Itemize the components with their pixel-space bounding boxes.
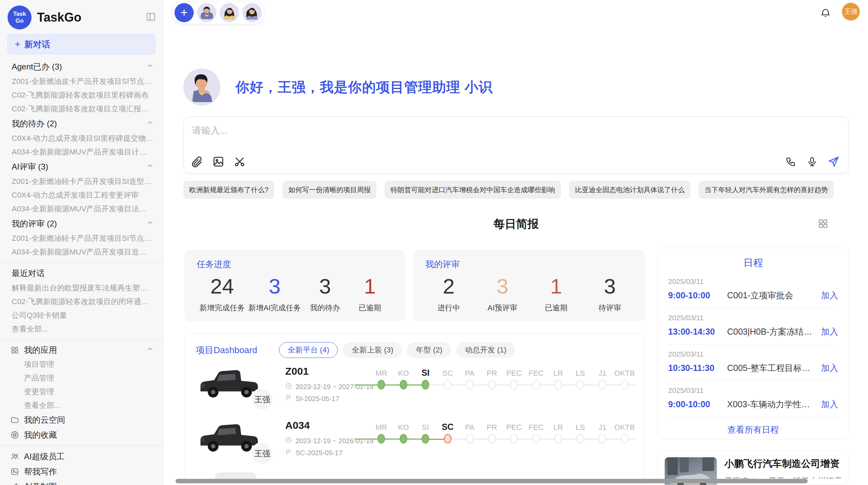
suggestion-chip[interactable]: 当下年轻人对汽车外观有怎样的喜好趋势 (699, 181, 834, 199)
sidebar-item[interactable]: Z001-全新燃油皮卡产品开发项目SI节点Lesson Learn报告 (0, 75, 163, 88)
milestone-dot[interactable] (599, 434, 606, 444)
milestone-dot[interactable] (377, 434, 385, 444)
milestone-dot[interactable] (466, 380, 473, 389)
sidebar-section-header[interactable]: 我的待办 (2) (0, 116, 163, 132)
milestone-dot[interactable] (510, 434, 518, 444)
milestone-dot[interactable] (577, 434, 584, 444)
recent-conversation-item[interactable]: 公司Q3轻卡销量 (0, 309, 163, 322)
dashboard-tab[interactable]: 动总开发 (1) (456, 342, 515, 358)
join-meeting-link[interactable]: 加入 (821, 362, 838, 374)
sidebar-section-header[interactable]: 我的评审 (2) (0, 216, 163, 232)
project-code[interactable]: A034 (285, 420, 370, 431)
milestone-dot[interactable] (621, 380, 628, 389)
milestone-dot[interactable] (532, 434, 540, 444)
sidebar-item[interactable]: C02-飞腾新能源轻客改款项目里程碑画布 (0, 88, 163, 102)
chevron-up-icon[interactable] (146, 162, 154, 172)
milestone-dot[interactable] (466, 434, 473, 444)
scissors-screenshot-icon[interactable] (234, 156, 245, 167)
suggestion-chip[interactable]: 比亚迪全固态电池计划具体说了什么 (569, 181, 690, 199)
new-chat-button[interactable]: + 新对话 (8, 34, 155, 54)
dashboard-tab[interactable]: 全新平台 (4) (279, 342, 338, 358)
suggestion-chip[interactable]: 欧洲新规最近颁布了什么? (183, 181, 274, 199)
user-avatar[interactable]: 王强 (842, 3, 860, 21)
suggestion-chip[interactable]: 特朗普可能对进口汽车增税会对中国车企造成哪些影响 (385, 181, 561, 199)
project-code[interactable]: Z001 (285, 365, 370, 377)
sidebar-item[interactable]: C02-飞腾新能源轻客改款项目立项汇报方案 (0, 102, 163, 116)
suggestion-chip[interactable]: 如何写一份清晰的项目周报 (282, 181, 376, 199)
recent-conversation-item[interactable]: C02-飞腾新能源轻客改款项目的闭环通告反馈情况 (0, 295, 163, 309)
milestone-dot[interactable] (400, 380, 407, 389)
chevron-up-icon[interactable] (146, 62, 154, 72)
session-avatar-1[interactable] (197, 3, 216, 22)
milestone-dot[interactable] (510, 380, 518, 389)
send-icon[interactable] (828, 156, 840, 167)
milestone-dot[interactable] (422, 380, 429, 389)
milestone-dot[interactable] (599, 380, 606, 389)
join-meeting-link[interactable]: 加入 (821, 290, 838, 301)
sidebar-item[interactable]: Z001-全新燃油轻卡产品开发项目SI节点属性5D文件评审 (0, 232, 163, 245)
horizontal-scrollbar[interactable] (176, 479, 808, 483)
milestone-dot[interactable] (577, 380, 584, 389)
image-upload-icon[interactable] (213, 156, 224, 167)
milestone-dot[interactable] (377, 380, 385, 389)
taskgo-app: Task Go TaskGo + 新对话 Agent已办 (3)Z001-全新燃… (0, 0, 868, 485)
voice-call-icon[interactable] (785, 156, 796, 167)
session-avatar-2[interactable] (220, 3, 239, 22)
sidebar-item[interactable]: A034-全新新能源MUV产品开发项目法规符合性评审 (0, 202, 163, 216)
microphone-icon[interactable] (807, 156, 818, 167)
recent-conversation-item[interactable]: 解释最新出台的欧盟报废车法规再生塑料比例被调至15%... (0, 281, 163, 295)
layout-grid-icon[interactable] (818, 219, 828, 230)
chat-input[interactable] (192, 123, 840, 138)
sidebar-section-header[interactable]: Agent已办 (3) (0, 59, 163, 75)
sidebar-item[interactable]: A034-全新新能源MUV产品开发项目造型可行性评审 (0, 245, 163, 259)
join-meeting-link[interactable]: 加入 (821, 326, 838, 337)
milestone-dot[interactable] (621, 434, 628, 444)
app-sub-item[interactable]: 项目管理 (0, 358, 163, 371)
sidebar-item-favorites[interactable]: 我的收藏 (0, 427, 163, 443)
sidebar-item-my-apps[interactable]: 我的应用 (0, 343, 163, 358)
view-all-conversations-link[interactable]: 查看全部... (0, 322, 163, 336)
view-all-schedule-link[interactable]: 查看所有日程 (668, 417, 838, 442)
attachment-paperclip-icon[interactable] (191, 156, 203, 167)
sidebar-item-creative-drawing[interactable]: 创意制图 (0, 479, 163, 485)
milestone-dot[interactable] (422, 434, 429, 444)
milestone: KO (393, 365, 415, 391)
sidebar-collapse-icon[interactable] (146, 12, 156, 23)
app-sub-item[interactable]: 变更管理 (0, 385, 163, 399)
sidebar-item[interactable]: C0X4-动力总成开发项目工程变更评审 (0, 188, 163, 202)
app-sub-item[interactable]: 查看全部... (0, 399, 163, 412)
milestone-dot-row (414, 433, 437, 445)
section-title: 我的评审 (2) (12, 218, 57, 229)
sidebar-item-help-writing[interactable]: 帮我写作 (0, 464, 163, 479)
chevron-up-icon[interactable] (146, 345, 154, 355)
session-avatar-3[interactable] (242, 3, 262, 22)
milestone-dot[interactable] (444, 380, 451, 389)
section-title: 我的待办 (2) (12, 118, 57, 129)
sidebar-item-cloud-space[interactable]: 我的云空间 (0, 412, 163, 427)
milestone-dot[interactable] (444, 434, 451, 444)
add-session-button[interactable]: + (174, 3, 194, 22)
milestone-dot[interactable] (554, 434, 562, 444)
app-sub-item[interactable]: 产品管理 (0, 371, 163, 385)
sidebar-item[interactable]: Z001-全新燃油轻卡产品开发项目SI造型提交物评审 (0, 175, 163, 188)
dashboard-tab[interactable]: 年型 (2) (407, 342, 451, 358)
milestone-dot[interactable] (400, 434, 407, 444)
divider (0, 339, 163, 339)
milestone-label: SC (442, 365, 453, 378)
stat-item: 24新增完成任务 (200, 275, 245, 313)
favorites-star-icon (10, 431, 19, 439)
dashboard-tab[interactable]: 全新上装 (3) (343, 342, 402, 358)
chevron-up-icon[interactable] (146, 219, 154, 228)
sidebar-item[interactable]: C0X4-动力总成开发项目SI里程碑提交物检查 (0, 132, 163, 145)
sidebar-item[interactable]: A034-全新新能源MUV产品开发项目计划变更表编写 (0, 145, 163, 159)
milestone-dot[interactable] (488, 380, 496, 389)
schedule-title: 日程 (668, 256, 838, 270)
chevron-up-icon[interactable] (146, 119, 154, 128)
milestone-dot[interactable] (554, 380, 562, 389)
notifications-bell-icon[interactable] (820, 8, 831, 20)
milestone-dot[interactable] (532, 380, 540, 389)
milestone-dot[interactable] (488, 434, 496, 444)
sidebar-section-header[interactable]: AI评审 (3) (0, 159, 163, 175)
join-meeting-link[interactable]: 加入 (821, 399, 838, 410)
sidebar-item-ai-staff[interactable]: AI超级员工 (0, 449, 163, 464)
